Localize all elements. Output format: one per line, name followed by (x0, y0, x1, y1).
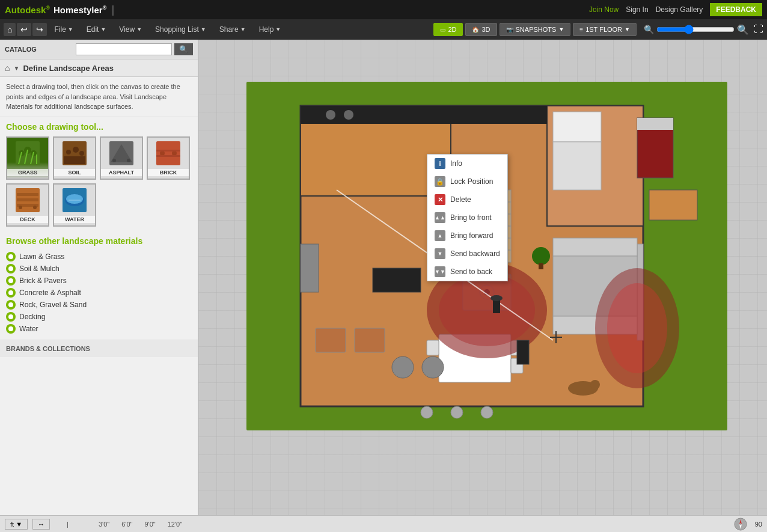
drawing-tools-section: Choose a drawing tool... (0, 117, 198, 231)
svg-rect-67 (553, 112, 601, 142)
search-input[interactable] (76, 43, 172, 55)
tool-soil[interactable]: SOIL (53, 136, 96, 180)
home-icon[interactable]: ⌂ (5, 63, 10, 73)
svg-rect-51 (553, 238, 637, 256)
ctx-bring-to-front[interactable]: ▲▲ Bring to front (427, 209, 507, 227)
svg-rect-44 (433, 106, 547, 124)
ctx-send-backward[interactable]: ▼ Send backward (427, 245, 507, 263)
catalog-header: CATALOG 🔍 (0, 40, 198, 60)
water-label: WATER (54, 216, 95, 223)
ctx-delete[interactable]: ✕ Delete (427, 191, 507, 209)
material-lawn-grass[interactable]: Lawn & Grass (6, 251, 192, 263)
decking-label: Decking (19, 313, 45, 321)
svg-point-94 (422, 356, 444, 378)
rock-gravel-bullet (6, 300, 16, 310)
tool-water[interactable]: WATER (53, 183, 96, 227)
join-now-link[interactable]: Join Now (589, 5, 619, 14)
zoom-slider[interactable] (656, 25, 735, 34)
material-brick-pavers[interactable]: Brick & Pavers (6, 275, 192, 287)
tool-brick[interactable]: BRICK (147, 136, 190, 180)
zoom-out-icon[interactable]: 🔍 (644, 25, 654, 34)
delete-icon: ✕ (435, 194, 445, 205)
asphalt-label: ASPHALT (101, 169, 142, 176)
svg-rect-91 (301, 244, 319, 292)
bottom-bar: ft ▼ ↔ | 3'0" 6'0" 9'0" 12'0" 90 (0, 515, 767, 532)
ruler-button[interactable]: ↔ (32, 519, 50, 530)
svg-rect-12 (64, 156, 85, 164)
material-concrete-asphalt[interactable]: Concrete & Asphalt (6, 287, 192, 299)
unit-button[interactable]: ft ▼ (5, 519, 28, 530)
fullscreen-button[interactable]: ⛶ (754, 24, 763, 35)
drawing-tools-title: Choose a drawing tool... (6, 122, 192, 132)
canvas-area[interactable]: i Info 🔒 Lock Position ✕ Delete ▲▲ Bring… (198, 40, 767, 515)
undo-button[interactable]: ↩ (17, 23, 31, 36)
ctx-lock-position[interactable]: 🔒 Lock Position (427, 173, 507, 191)
water-bullet (6, 324, 16, 334)
ctx-send-back-label: Send to back (450, 268, 492, 276)
svg-point-19 (172, 151, 177, 156)
help-menu[interactable]: Help▼ (253, 23, 287, 36)
page-title: Define Landscape Areas (23, 64, 114, 73)
catalog-label: CATALOG (5, 46, 37, 53)
view-menu[interactable]: View▼ (113, 23, 148, 36)
svg-point-90 (490, 295, 503, 301)
redo-button[interactable]: ↪ (32, 23, 47, 36)
edit-menu[interactable]: Edit▼ (81, 23, 112, 36)
svg-rect-77 (316, 328, 346, 352)
material-decking[interactable]: Decking (6, 311, 192, 323)
view-2d-button[interactable]: ▭ 2D (433, 23, 463, 36)
ctx-send-to-back[interactable]: ▼▼ Send to back (427, 263, 507, 281)
svg-point-32 (8, 254, 13, 259)
share-menu[interactable]: Share▼ (213, 23, 252, 36)
send-backward-icon: ▼ (435, 248, 445, 259)
file-menu[interactable]: File▼ (48, 23, 79, 36)
svg-point-26 (19, 206, 22, 209)
grass-icon (7, 138, 48, 169)
material-water[interactable]: Water (6, 323, 192, 335)
scale-3ft: 3'0" (99, 521, 109, 528)
search-button[interactable]: 🔍 (174, 43, 193, 55)
svg-point-36 (8, 302, 13, 307)
ctx-bring-forward[interactable]: ▲ Bring forward (427, 227, 507, 245)
brick-icon (148, 138, 189, 169)
design-gallery-link[interactable]: Design Gallery (656, 5, 703, 14)
landscape-materials-section: Browse other landscape materials Lawn & … (0, 231, 198, 340)
svg-rect-60 (539, 263, 543, 269)
snapshots-button[interactable]: 📷 SNAPSHOTS ▼ (500, 23, 571, 36)
tool-deck[interactable]: DECK (6, 183, 49, 227)
svg-rect-68 (553, 142, 601, 190)
tool-grass[interactable]: GRASS (6, 136, 49, 180)
svg-point-33 (8, 266, 13, 271)
floor-button[interactable]: ≡ 1ST FLOOR ▼ (573, 23, 637, 36)
svg-point-15 (112, 159, 116, 162)
material-soil-mulch[interactable]: Soil & Mulch (6, 263, 192, 275)
svg-point-58 (439, 274, 535, 346)
view-3d-button[interactable]: 🏠 3D (465, 23, 497, 36)
ctx-send-backward-label: Send backward (450, 249, 500, 258)
svg-rect-71 (649, 190, 697, 220)
shopping-list-menu[interactable]: Shopping List▼ (149, 23, 212, 36)
brands-title: BRANDS & COLLECTIONS (6, 345, 192, 352)
tool-asphalt[interactable]: ASPHALT (100, 136, 143, 180)
breadcrumb: ⌂ ▼ Define Landscape Areas (0, 60, 198, 77)
svg-rect-46 (427, 340, 439, 355)
top-bar: Autodesk® Homestyler® | Join Now Sign In… (0, 0, 767, 19)
soil-mulch-label: Soil & Mulch (19, 264, 60, 273)
brick-pavers-label: Brick & Pavers (19, 277, 67, 285)
feedback-button[interactable]: FEEDBACK (710, 3, 762, 16)
svg-rect-79 (373, 268, 421, 292)
ctx-info[interactable]: i Info (427, 154, 507, 173)
zoom-in-icon[interactable]: 🔍 (737, 24, 749, 35)
svg-rect-78 (355, 328, 385, 352)
product-name: Homestyler® (53, 5, 106, 15)
zoom-value: 90 (755, 521, 762, 528)
deck-label: DECK (7, 216, 48, 223)
ctx-info-label: Info (450, 159, 462, 168)
chevron-icon: ▼ (13, 65, 19, 72)
ctx-bring-forward-label: Bring forward (450, 231, 493, 240)
svg-rect-21 (156, 155, 180, 157)
home-button[interactable]: ⌂ (4, 23, 16, 36)
sign-in-link[interactable]: Sign In (626, 5, 648, 14)
soil-icon (54, 138, 95, 169)
material-rock-gravel-sand[interactable]: Rock, Gravel & Sand (6, 299, 192, 311)
